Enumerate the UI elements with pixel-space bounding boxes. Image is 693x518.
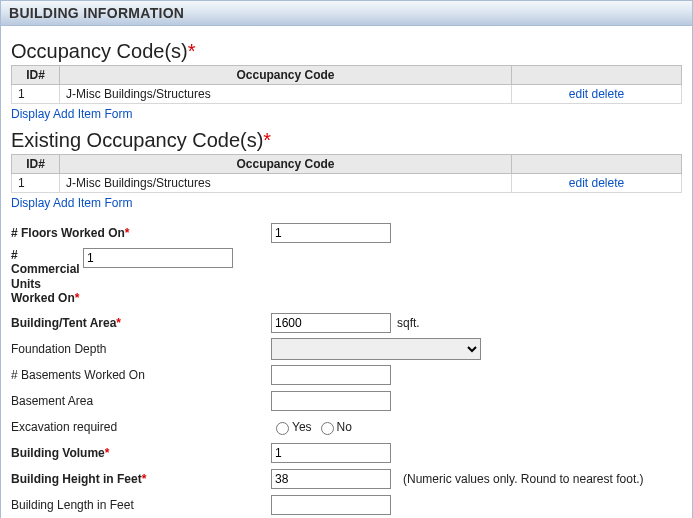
area-unit: sqft. <box>397 316 420 330</box>
volume-input[interactable] <box>271 443 391 463</box>
basements-label: # Basements Worked On <box>11 368 271 382</box>
required-mark: * <box>188 40 196 62</box>
building-info-panel: BUILDING INFORMATION Occupancy Code(s)* … <box>0 0 693 518</box>
area-input[interactable] <box>271 313 391 333</box>
cell-code: J-Misc Buildings/Structures <box>60 174 512 193</box>
delete-link[interactable]: delete <box>592 176 625 190</box>
height-input[interactable] <box>271 469 391 489</box>
occupancy-codes-title: Occupancy Code(s)* <box>11 40 682 63</box>
excavation-yes-option[interactable]: Yes <box>271 419 312 435</box>
area-label: Building/Tent Area* <box>11 316 271 330</box>
cell-actions: edit delete <box>512 174 682 193</box>
edit-link[interactable]: edit <box>569 87 588 101</box>
existing-occupancy-codes-title-text: Existing Occupancy Code(s) <box>11 129 263 151</box>
occupancy-codes-title-text: Occupancy Code(s) <box>11 40 188 62</box>
foundation-depth-select[interactable] <box>271 338 481 360</box>
col-header-id: ID# <box>12 66 60 85</box>
cell-actions: edit delete <box>512 85 682 104</box>
floors-label: # Floors Worked On* <box>11 226 271 240</box>
table-row: 1 J-Misc Buildings/Structures edit delet… <box>12 174 682 193</box>
basements-input[interactable] <box>271 365 391 385</box>
volume-label: Building Volume* <box>11 446 271 460</box>
length-label: Building Length in Feet <box>11 498 271 512</box>
form-area: # Floors Worked On* # Commercial Units W… <box>11 222 682 518</box>
foundation-depth-label: Foundation Depth <box>11 342 271 356</box>
edit-link[interactable]: edit <box>569 176 588 190</box>
occupancy-codes-table: ID# Occupancy Code 1 J-Misc Buildings/St… <box>11 65 682 104</box>
delete-link[interactable]: delete <box>592 87 625 101</box>
height-hint: (Numeric values only. Round to nearest f… <box>403 472 644 486</box>
basement-area-label: Basement Area <box>11 394 271 408</box>
panel-title: BUILDING INFORMATION <box>1 1 692 26</box>
commercial-units-label: # Commercial Units Worked On* <box>11 248 83 306</box>
cell-id: 1 <box>12 85 60 104</box>
existing-occupancy-codes-title: Existing Occupancy Code(s)* <box>11 129 682 152</box>
existing-occupancy-codes-table: ID# Occupancy Code 1 J-Misc Buildings/St… <box>11 154 682 193</box>
length-input[interactable] <box>271 495 391 515</box>
excavation-no-radio[interactable] <box>321 422 334 435</box>
display-add-item-form-link[interactable]: Display Add Item Form <box>11 196 682 210</box>
excavation-no-option[interactable]: No <box>316 419 352 435</box>
col-header-id: ID# <box>12 155 60 174</box>
display-add-item-form-link[interactable]: Display Add Item Form <box>11 107 682 121</box>
col-header-actions <box>512 155 682 174</box>
panel-content: Occupancy Code(s)* ID# Occupancy Code 1 … <box>1 26 692 518</box>
height-label: Building Height in Feet* <box>11 472 271 486</box>
basement-area-input[interactable] <box>271 391 391 411</box>
commercial-units-input[interactable] <box>83 248 233 268</box>
excavation-label: Excavation required <box>11 420 271 434</box>
excavation-yes-radio[interactable] <box>276 422 289 435</box>
table-row: 1 J-Misc Buildings/Structures edit delet… <box>12 85 682 104</box>
cell-code: J-Misc Buildings/Structures <box>60 85 512 104</box>
col-header-actions <box>512 66 682 85</box>
col-header-code: Occupancy Code <box>60 66 512 85</box>
required-mark: * <box>263 129 271 151</box>
cell-id: 1 <box>12 174 60 193</box>
col-header-code: Occupancy Code <box>60 155 512 174</box>
floors-input[interactable] <box>271 223 391 243</box>
